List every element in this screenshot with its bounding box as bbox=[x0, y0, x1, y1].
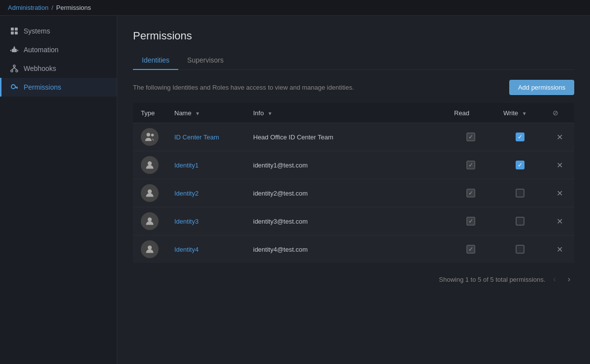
cell-read[interactable]: ✓ bbox=[446, 235, 495, 264]
cell-info: identity2@test.com bbox=[245, 179, 446, 207]
svg-point-6 bbox=[13, 50, 14, 51]
delete-filter-icon[interactable]: ⊘ bbox=[553, 109, 558, 117]
delete-button[interactable]: ✕ bbox=[554, 188, 566, 199]
identity-link[interactable]: Identity3 bbox=[174, 218, 198, 225]
robot-icon bbox=[10, 45, 19, 54]
cell-type bbox=[133, 235, 166, 264]
identity-link[interactable]: ID Center Team bbox=[174, 133, 219, 141]
cell-write[interactable] bbox=[495, 179, 545, 207]
checkbox-read-box[interactable]: ✓ bbox=[466, 132, 475, 141]
svg-rect-0 bbox=[11, 28, 14, 31]
cell-delete[interactable]: ✕ bbox=[545, 235, 574, 264]
svg-rect-5 bbox=[13, 47, 15, 49]
sidebar-item-permissions[interactable]: Permissions bbox=[0, 78, 117, 97]
permissions-description: The following Identities and Roles have … bbox=[133, 84, 354, 91]
checkbox-read[interactable]: ✓ bbox=[454, 132, 488, 141]
checkbox-write[interactable] bbox=[503, 189, 537, 198]
add-permissions-button[interactable]: Add permissions bbox=[509, 80, 574, 95]
checkbox-read[interactable]: ✓ bbox=[454, 189, 488, 198]
checkbox-read[interactable]: ✓ bbox=[454, 161, 488, 169]
cell-delete[interactable]: ✕ bbox=[545, 151, 574, 179]
svg-rect-2 bbox=[11, 32, 14, 34]
cell-delete[interactable]: ✕ bbox=[545, 123, 574, 151]
checkmark: ✓ bbox=[468, 162, 473, 168]
checkbox-write-box[interactable] bbox=[516, 245, 524, 254]
svg-rect-18 bbox=[17, 88, 18, 89]
delete-button[interactable]: ✕ bbox=[554, 160, 566, 171]
checkbox-write[interactable] bbox=[503, 245, 537, 254]
sidebar-item-webhooks[interactable]: Webhooks bbox=[0, 59, 117, 78]
svg-point-25 bbox=[148, 246, 152, 250]
info-filter-icon[interactable]: ▼ bbox=[267, 111, 272, 116]
write-filter-icon[interactable]: ▼ bbox=[522, 111, 527, 116]
svg-point-7 bbox=[15, 50, 16, 51]
delete-button[interactable]: ✕ bbox=[554, 216, 566, 227]
cell-read[interactable]: ✓ bbox=[446, 179, 495, 207]
cell-write[interactable] bbox=[495, 207, 545, 235]
checkbox-write-box[interactable]: ✓ bbox=[516, 132, 524, 141]
pagination-status: Showing 1 to 5 of 5 total permissions. bbox=[439, 276, 545, 283]
col-type-header: Type bbox=[133, 103, 166, 123]
col-name-header[interactable]: Name ▼ bbox=[166, 103, 245, 123]
cell-delete[interactable]: ✕ bbox=[545, 179, 574, 207]
checkbox-write-box[interactable] bbox=[516, 189, 524, 198]
col-read-header: Read bbox=[446, 103, 495, 123]
identity-link[interactable]: Identity2 bbox=[174, 190, 198, 197]
checkbox-write[interactable]: ✓ bbox=[503, 132, 537, 141]
checkbox-write[interactable] bbox=[503, 217, 537, 226]
breadcrumb: Administration / Permissions bbox=[0, 0, 590, 16]
identity-link[interactable]: Identity4 bbox=[174, 246, 198, 253]
delete-button[interactable]: ✕ bbox=[554, 244, 566, 255]
sidebar: Systems Automation bbox=[0, 16, 117, 364]
webhook-icon bbox=[10, 64, 19, 73]
checkbox-read-box[interactable]: ✓ bbox=[466, 245, 475, 254]
cell-delete[interactable]: ✕ bbox=[545, 207, 574, 235]
cell-name[interactable]: Identity2 bbox=[166, 179, 245, 207]
cell-write[interactable]: ✓ bbox=[495, 123, 545, 151]
table-row: Identity2identity2@test.com✓✕ bbox=[133, 179, 574, 207]
cell-write[interactable]: ✓ bbox=[495, 151, 545, 179]
pagination-next[interactable]: › bbox=[564, 273, 574, 286]
cell-type bbox=[133, 151, 166, 179]
checkbox-write-box[interactable]: ✓ bbox=[516, 161, 524, 169]
col-info-header[interactable]: Info ▼ bbox=[245, 103, 446, 123]
checkbox-write[interactable]: ✓ bbox=[503, 161, 537, 169]
breadcrumb-parent[interactable]: Administration bbox=[8, 4, 48, 11]
name-filter-icon[interactable]: ▼ bbox=[195, 111, 200, 116]
cell-read[interactable]: ✓ bbox=[446, 123, 495, 151]
checkmark: ✓ bbox=[468, 190, 473, 196]
cell-info: identity1@test.com bbox=[245, 151, 446, 179]
cell-name[interactable]: Identity4 bbox=[166, 235, 245, 264]
checkbox-read-box[interactable]: ✓ bbox=[466, 161, 475, 169]
checkbox-write-box[interactable] bbox=[516, 217, 524, 226]
permissions-table: Type Name ▼ Info ▼ Read Write bbox=[133, 103, 574, 263]
checkbox-read[interactable]: ✓ bbox=[454, 217, 488, 226]
cell-name[interactable]: ID Center Team bbox=[166, 123, 245, 151]
identity-link[interactable]: Identity1 bbox=[174, 162, 198, 169]
pagination-prev[interactable]: ‹ bbox=[549, 273, 559, 286]
breadcrumb-separator: / bbox=[51, 4, 53, 11]
svg-point-20 bbox=[147, 133, 150, 136]
sidebar-item-systems[interactable]: Systems bbox=[0, 22, 117, 40]
cell-read[interactable]: ✓ bbox=[446, 207, 495, 235]
svg-point-21 bbox=[151, 134, 154, 137]
delete-button[interactable]: ✕ bbox=[554, 132, 566, 143]
cell-name[interactable]: Identity3 bbox=[166, 207, 245, 235]
checkmark: ✓ bbox=[518, 134, 523, 140]
sidebar-item-permissions-label: Permissions bbox=[24, 83, 61, 91]
col-delete-header[interactable]: ⊘ bbox=[545, 103, 574, 123]
tab-supervisors[interactable]: Supervisors bbox=[178, 52, 232, 70]
cell-write[interactable] bbox=[495, 235, 545, 264]
checkbox-read-box[interactable]: ✓ bbox=[466, 189, 475, 198]
sidebar-item-automation[interactable]: Automation bbox=[0, 40, 117, 59]
checkbox-read-box[interactable]: ✓ bbox=[466, 217, 475, 226]
col-write-header[interactable]: Write ▼ bbox=[495, 103, 545, 123]
cell-name[interactable]: Identity1 bbox=[166, 151, 245, 179]
svg-rect-11 bbox=[10, 50, 11, 51]
table-row: ID Center TeamHead Office ID Center Team… bbox=[133, 123, 574, 151]
cell-read[interactable]: ✓ bbox=[446, 151, 495, 179]
cell-type bbox=[133, 207, 166, 235]
svg-rect-17 bbox=[15, 87, 18, 88]
tab-identities[interactable]: Identities bbox=[133, 52, 178, 70]
checkbox-read[interactable]: ✓ bbox=[454, 245, 488, 254]
